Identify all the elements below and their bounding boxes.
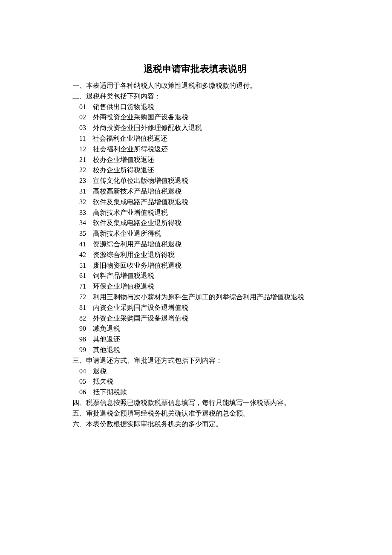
code-item: 90 减免退税: [72, 324, 317, 334]
code-item: 98 其他返还: [72, 334, 317, 345]
paragraph-1: 一、本表适用于各种纳税人的政策性退税和多缴税款的退付。: [72, 81, 317, 91]
paragraph-6: 六、本表份数根据实际审批税务机关的多少而定。: [72, 419, 317, 430]
paragraph-3-head: 三、申请退还方式、审批退还方式包括下列内容：: [72, 356, 317, 366]
code-item: 32 软件及集成电路产品增值税退税: [72, 197, 317, 208]
paragraph-5: 五、审批退税金额填写经税务机关确认准予退税的总金额。: [72, 408, 317, 419]
code-item: 05 抵欠税: [72, 376, 317, 387]
document-title: 退税申请审批表填表说明: [72, 62, 317, 76]
code-item: 12 社会福利企业所得税返还: [72, 144, 317, 155]
code-item: 11 社会福利企业增值税返还: [72, 133, 317, 144]
paragraph-2-head: 二、退税种类包括下列内容：: [72, 91, 317, 102]
code-item: 04 退税: [72, 366, 317, 377]
code-item: 31 高校高新技术产品增值税退税: [72, 186, 317, 197]
code-item: 61 饲料产品增值税退税: [72, 271, 317, 281]
code-item: 33 高新技术产业增值税退税: [72, 208, 317, 218]
code-item: 23 宣传文化单位出版物增值税退税: [72, 176, 317, 186]
code-item: 21 校办企业增值税返还: [72, 155, 317, 165]
code-item: 03 外商投资企业国外修理修配收入退税: [72, 123, 317, 133]
paragraph-4: 四、税票信息按照已缴税款税票信息填写，每行只能填写一张税票内容。: [72, 398, 317, 408]
code-item: 99 其他退税: [72, 345, 317, 356]
code-item: 51 废旧物资回收业务增值税退税: [72, 260, 317, 271]
code-item: 01 销售供出口货物退税: [72, 102, 317, 113]
code-item: 35 高新技术企业退所得税: [72, 228, 317, 239]
code-item: 81 内资企业采购国产设备退增值税: [72, 303, 317, 313]
codes-section-3: 04 退税 05 抵欠税 06 抵下期税款: [72, 366, 317, 398]
code-item: 42 资源综合利用企业退所得税: [72, 250, 317, 260]
code-item: 06 抵下期税款: [72, 387, 317, 398]
code-item: 34 软件及集成电路企业退所得税: [72, 218, 317, 228]
code-item: 41 资源综合利用产品增值税退税: [72, 239, 317, 250]
code-item: 02 外商投资企业采购国产设备退税: [72, 112, 317, 123]
code-item: 22 校办企业所得税返还: [72, 165, 317, 176]
code-item: 82 外资企业采购国产设备退增值税: [72, 313, 317, 324]
code-item: 71 环保企业增值税退税: [72, 281, 317, 292]
code-item: 72 利用三剩物与次小薪材为原料生产加工的列举综合利用产品增值税退税: [72, 292, 317, 303]
codes-section-2: 01 销售供出口货物退税 02 外商投资企业采购国产设备退税 03 外商投资企业…: [72, 102, 317, 356]
